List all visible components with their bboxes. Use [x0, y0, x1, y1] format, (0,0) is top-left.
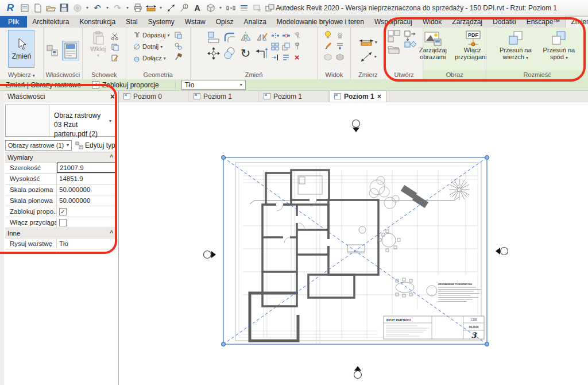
save-icon[interactable]	[58, 2, 70, 14]
align-icon[interactable]	[206, 30, 221, 45]
dotnij-item[interactable]: Dotnij▾	[133, 41, 169, 52]
tab-plik[interactable]: Plik	[0, 16, 27, 28]
front-caret-icon[interactable]: ▾	[526, 55, 528, 60]
skala-pozioma-value-field[interactable]: 50.000000	[57, 184, 117, 195]
send-to-back-button[interactable]: Przesuń na spód ▾	[541, 30, 577, 62]
lightbulb-icon[interactable]	[323, 30, 333, 40]
measure-between-icon[interactable]: ▾	[359, 38, 377, 47]
split-element-icon[interactable]	[270, 30, 280, 40]
mirror-draw-icon[interactable]	[254, 30, 269, 45]
tab-konstrukcja[interactable]: Konstrukcja	[74, 16, 121, 28]
linework-icon[interactable]	[335, 41, 345, 51]
view-tab-poziom1-active[interactable]: Poziom 1×	[329, 91, 386, 102]
bring-to-front-button[interactable]: Przesuń na wierzch ▾	[498, 30, 533, 62]
view-tab-poziom1-b[interactable]: Poziom 1	[259, 91, 329, 102]
drag-handle-left[interactable]	[204, 251, 216, 259]
match-type-icon[interactable]	[110, 53, 119, 63]
rotate-icon[interactable]: ↻	[238, 46, 253, 61]
enable-snaps-prop-checkbox[interactable]	[59, 219, 67, 226]
properties-palette-icon[interactable]	[62, 41, 79, 60]
szerokosc-value-field[interactable]: 21007.9	[57, 163, 116, 173]
dopasuj-item[interactable]: Dopasuj▾	[133, 30, 169, 40]
trim-extend-icon[interactable]	[254, 46, 269, 61]
tab-zmien-obrazy-rastrowe[interactable]: Zmień | Obrazy rastrowe	[565, 16, 588, 28]
delete-icon[interactable]: ×	[292, 52, 302, 62]
file-properties-icon[interactable]	[18, 2, 30, 14]
undo-icon[interactable]: ↶	[91, 2, 103, 14]
drag-handle-bottom[interactable]	[354, 366, 362, 379]
lock-proportions-checkbox[interactable]: ✓	[92, 81, 99, 88]
section-wymiary[interactable]: Wymiary^	[5, 152, 117, 163]
copy-modify-icon[interactable]	[222, 46, 237, 61]
section-icon[interactable]	[225, 2, 237, 14]
tab-architektura[interactable]: Architektura	[27, 16, 74, 28]
cut-icon[interactable]	[110, 31, 119, 41]
beam-joins-icon[interactable]	[173, 41, 183, 51]
scale-icon[interactable]	[281, 41, 291, 51]
paintbrush-icon[interactable]	[323, 41, 333, 51]
close-icon[interactable]: ×	[110, 92, 115, 101]
type-selector-caret-icon[interactable]: ▾	[109, 118, 111, 124]
view-tab-poziom0[interactable]: Poziom 0	[119, 91, 189, 102]
element-filter-dropdown[interactable]: Obrazy rastrowe (1) ▾	[5, 140, 72, 151]
back-caret-icon[interactable]: ▾	[566, 55, 568, 60]
demolish-icon[interactable]	[173, 52, 183, 61]
drag-handle-right[interactable]	[496, 248, 508, 255]
array-icon[interactable]	[270, 41, 280, 51]
properties-lines-icon[interactable]	[281, 52, 291, 62]
dolacz-item[interactable]: Dołącz▾	[133, 53, 169, 63]
floor-plan-drawing[interactable]: ZESTAWIENIE POWIERZCHNI RZUT PARTERU 1:1…	[119, 102, 588, 385]
view-caret-icon[interactable]: ▾	[218, 2, 223, 14]
create-group-icon[interactable]	[388, 30, 400, 43]
edit-type-button[interactable]: Edytuj typ	[74, 141, 117, 150]
print-icon[interactable]	[131, 2, 144, 14]
undo-caret-icon[interactable]: ▾	[105, 2, 110, 14]
mirror-axis-icon[interactable]	[238, 30, 253, 45]
pin-icon[interactable]	[292, 41, 302, 51]
close-view-icon[interactable]: ×	[377, 93, 381, 101]
collapse-icon[interactable]: ^	[110, 230, 113, 236]
panel-label-wybierz[interactable]: Wybierz ▾	[0, 71, 43, 79]
manage-images-button[interactable]: Zarządzajobrazami	[417, 30, 448, 61]
tab-analiza[interactable]: Analiza	[238, 16, 271, 28]
sync-caret-icon[interactable]: ▾	[84, 2, 90, 14]
properties-header[interactable]: Właściwości ×	[4, 91, 118, 102]
copy-icon[interactable]	[110, 42, 119, 52]
tab-stal[interactable]: Stal	[121, 16, 143, 28]
collapse-icon[interactable]: ^	[110, 154, 113, 160]
lock-proportions-prop-checkbox[interactable]: ✓	[59, 208, 67, 215]
section-inne[interactable]: Inne^	[5, 228, 117, 238]
offset-icon[interactable]	[222, 30, 237, 45]
measure-along-icon[interactable]: ▾	[359, 51, 377, 63]
create-assembly-icon[interactable]	[388, 45, 400, 55]
text-tool-icon[interactable]: A	[191, 2, 203, 14]
tab-zarzadzaj[interactable]: Zarządzaj	[447, 16, 488, 28]
tab-widok[interactable]: Widok	[417, 16, 447, 28]
skala-pionowa-value-field[interactable]: 50.000000	[57, 195, 117, 206]
tab-opisz[interactable]: Opisz	[211, 16, 239, 28]
view-tab-poziom1-a[interactable]: Poziom 1	[189, 91, 259, 102]
tab-enscape[interactable]: Enscape™	[521, 16, 566, 28]
default-3d-view-icon[interactable]	[204, 2, 216, 14]
align-arrow-icon[interactable]	[270, 52, 280, 62]
wysokosc-value-field[interactable]: 14851.9	[57, 174, 117, 184]
tab-wstaw[interactable]: Wstaw	[180, 16, 211, 28]
tag-icon[interactable]: 1	[178, 2, 190, 14]
move-icon[interactable]	[206, 46, 221, 61]
new-file-icon[interactable]	[32, 2, 44, 14]
drawing-canvas[interactable]: Poziom 0 Poziom 1 Poziom 1 Poziom 1×	[119, 91, 588, 385]
split-gap-icon[interactable]	[281, 30, 291, 40]
aligned-dimension-icon[interactable]	[165, 2, 177, 14]
tab-systemy[interactable]: Systemy	[143, 16, 180, 28]
modify-select-button[interactable]: Zmień	[8, 30, 34, 68]
measure-caret-icon[interactable]: ▾	[158, 2, 164, 14]
open-file-icon[interactable]	[45, 2, 57, 14]
layer-dropdown[interactable]: Tło ▾	[181, 80, 246, 90]
rysuj-warstwe-value-field[interactable]: Tło	[57, 238, 117, 249]
tab-modelowanie[interactable]: Modelowanie bryłowe i teren	[272, 16, 369, 28]
tab-wspolpracuj[interactable]: Współpracuj	[369, 16, 417, 28]
drag-handle-top[interactable]	[353, 120, 360, 133]
tab-dodatki[interactable]: Dodatki	[488, 16, 521, 28]
wall-joins-icon[interactable]	[173, 30, 183, 40]
displace-icon[interactable]	[335, 30, 345, 40]
